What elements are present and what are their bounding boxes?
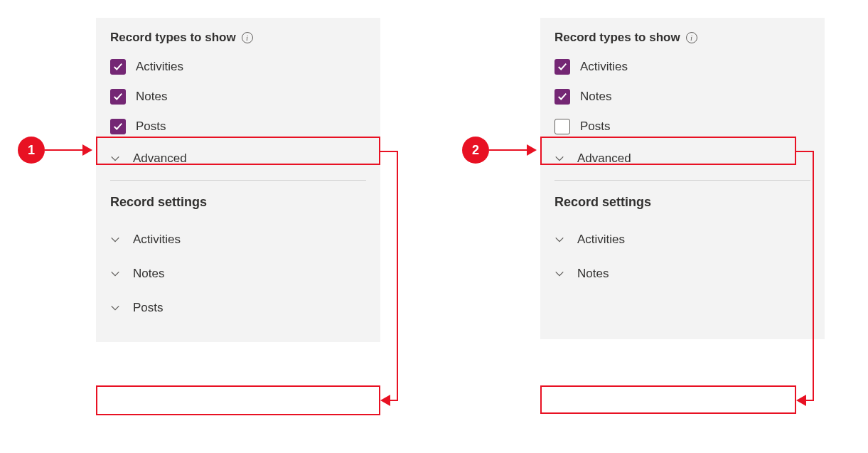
divider	[554, 180, 810, 181]
expander-label: Notes	[133, 267, 164, 281]
connector-line	[805, 400, 814, 401]
checkbox-label: Activities	[136, 60, 183, 74]
checkbox-icon-checked	[110, 59, 126, 75]
checkbox-icon-unchecked	[554, 119, 570, 134]
record-types-heading: Record types to show i	[540, 31, 825, 52]
record-types-heading-text: Record types to show	[554, 31, 680, 45]
empty-posts-slot	[540, 291, 825, 322]
settings-panel-1: Record types to show i Activities Notes …	[96, 18, 380, 342]
checkbox-icon-checked	[554, 89, 570, 105]
checkbox-label: Posts	[136, 119, 166, 134]
expander-label: Notes	[577, 267, 609, 281]
connector-line	[390, 400, 398, 401]
expander-label: Advanced	[577, 151, 631, 166]
checkbox-label: Activities	[580, 60, 628, 74]
connector-line	[380, 151, 398, 152]
checkbox-posts[interactable]: Posts	[540, 112, 825, 142]
expander-label: Posts	[133, 301, 164, 315]
connector-line	[45, 149, 83, 151]
expander-label: Activities	[133, 233, 181, 247]
chevron-down-icon	[554, 235, 564, 245]
chevron-down-icon	[110, 154, 120, 164]
checkbox-label: Notes	[580, 90, 611, 104]
arrow-right-icon	[527, 144, 537, 156]
checkbox-label: Posts	[580, 119, 611, 134]
expander-activities[interactable]: Activities	[540, 223, 825, 257]
settings-panel-2: Record types to show i Activities Notes …	[540, 18, 825, 339]
arrow-left-icon	[796, 395, 806, 406]
record-types-heading: Record types to show i	[96, 31, 380, 52]
divider	[110, 180, 366, 181]
highlight-empty-slot-2	[540, 385, 796, 414]
chevron-down-icon	[110, 303, 120, 313]
chevron-down-icon	[554, 154, 564, 164]
callout-number-2: 2	[462, 137, 489, 164]
expander-label: Activities	[577, 233, 625, 247]
connector-line	[796, 151, 814, 152]
expander-posts[interactable]: Posts	[96, 291, 380, 325]
arrow-left-icon	[380, 395, 390, 406]
info-icon[interactable]: i	[686, 32, 697, 43]
expander-advanced[interactable]: Advanced	[96, 142, 380, 176]
connector-line	[397, 151, 398, 401]
expander-notes[interactable]: Notes	[96, 257, 380, 291]
callout-number-2-text: 2	[472, 143, 479, 158]
expander-notes[interactable]: Notes	[540, 257, 825, 291]
checkbox-icon-checked	[554, 59, 570, 75]
record-settings-heading: Record settings	[540, 191, 825, 223]
expander-label: Advanced	[133, 151, 187, 166]
checkbox-posts[interactable]: Posts	[96, 112, 380, 142]
expander-activities[interactable]: Activities	[96, 223, 380, 257]
record-types-heading-text: Record types to show	[110, 31, 236, 45]
checkbox-notes[interactable]: Notes	[96, 82, 380, 112]
record-settings-heading: Record settings	[96, 191, 380, 223]
checkbox-icon-checked	[110, 119, 126, 134]
chevron-down-icon	[110, 269, 120, 279]
checkbox-activities[interactable]: Activities	[96, 52, 380, 82]
checkbox-icon-checked	[110, 89, 126, 105]
info-icon[interactable]: i	[242, 32, 253, 43]
chevron-down-icon	[554, 269, 564, 279]
checkbox-notes[interactable]: Notes	[540, 82, 825, 112]
connector-line	[489, 149, 527, 151]
connector-line	[813, 151, 814, 401]
arrow-right-icon	[82, 144, 92, 156]
highlight-posts-setting-1	[96, 385, 380, 415]
checkbox-label: Notes	[136, 90, 167, 104]
expander-advanced[interactable]: Advanced	[540, 142, 825, 176]
callout-number-1-text: 1	[28, 143, 35, 158]
checkbox-activities[interactable]: Activities	[540, 52, 825, 82]
callout-number-1: 1	[18, 137, 45, 164]
chevron-down-icon	[110, 235, 120, 245]
